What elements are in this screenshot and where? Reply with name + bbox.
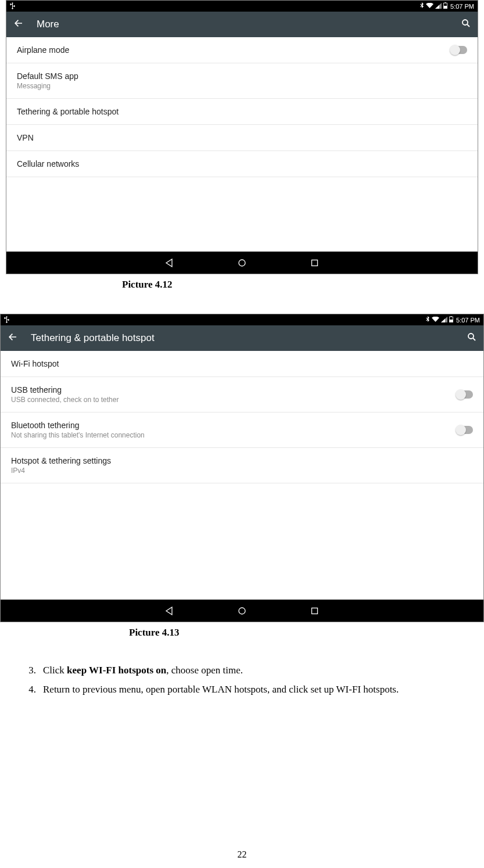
svg-point-3 [463,20,468,25]
svg-point-12 [239,608,245,614]
svg-line-4 [467,24,469,27]
instruction-number: 4. [22,681,43,699]
back-icon[interactable] [13,18,24,31]
usb-icon [10,2,15,10]
instruction-text: Return to previous menu, open portable W… [43,681,462,699]
screenshot-tethering: 5:07 PM Tethering & portable hotspot Wi-… [0,314,484,622]
page-number: 22 [0,849,484,860]
airplane-mode-toggle[interactable] [451,46,467,54]
nav-back-icon[interactable] [165,607,174,615]
status-bar: 5:07 PM [6,1,478,12]
nav-bar [6,252,478,274]
nav-bar [1,600,483,622]
nav-recent-icon[interactable] [310,259,319,267]
wifi-icon [432,317,439,324]
blank-region [6,177,478,252]
list-item-sub: Not sharing this tablet's Internet conne… [11,431,457,439]
list-item-tethering[interactable]: Tethering & portable hotspot [6,99,478,125]
list-item-vpn[interactable]: VPN [6,125,478,151]
nav-back-icon[interactable] [165,259,174,267]
nav-home-icon[interactable] [238,607,246,615]
list-item-label: Bluetooth tethering [11,421,457,430]
list-item-hotspot-settings[interactable]: Hotspot & tethering settings IPv4 [1,448,483,483]
wifi-icon [426,3,433,10]
instruction-4: 4. Return to previous menu, open portabl… [22,681,462,699]
status-bar: 5:07 PM [1,314,483,325]
signal-icon [441,317,447,324]
list-item-label: Hotspot & tethering settings [11,456,473,465]
nav-home-icon[interactable] [238,259,246,267]
usb-icon [4,316,9,324]
blank-region [1,483,483,600]
signal-icon [435,3,442,10]
list-item-label: Tethering & portable hotspot [17,107,467,116]
list-item-bluetooth-tethering[interactable]: Bluetooth tethering Not sharing this tab… [1,413,483,448]
list-item-sub: USB connected, check on to tether [11,396,457,404]
list-item-label: USB tethering [11,385,457,394]
battery-icon [443,2,447,10]
back-icon[interactable] [8,332,18,345]
instruction-3: 3. Click keep WI-FI hotspots on, choose … [22,662,462,680]
list-item-default-sms[interactable]: Default SMS app Messaging [6,63,478,99]
svg-rect-9 [450,320,453,322]
svg-point-5 [239,260,245,266]
app-bar: More [6,12,478,37]
list-item-label: Wi-Fi hotspot [11,359,473,368]
svg-rect-2 [444,6,447,9]
svg-line-11 [473,338,475,340]
battery-icon [449,316,453,324]
bluetooth-tethering-toggle[interactable] [457,426,473,434]
instruction-number: 3. [22,662,43,680]
instruction-text: Click keep WI-FI hotspots on, choose ope… [43,662,462,680]
list-item-airplane-mode[interactable]: Airplane mode [6,37,478,63]
list-item-label: VPN [17,133,467,142]
search-icon[interactable] [461,19,471,30]
svg-rect-6 [312,260,318,266]
list-item-label: Cellular networks [17,159,467,168]
svg-point-10 [468,333,474,339]
search-icon[interactable] [467,332,476,344]
list-item-usb-tethering[interactable]: USB tethering USB connected, check on to… [1,377,483,413]
usb-tethering-toggle[interactable] [457,390,473,399]
list-item-sub: IPv4 [11,467,473,475]
bluetooth-icon [420,2,424,10]
list-item-label: Airplane mode [17,45,451,55]
nav-recent-icon[interactable] [310,607,319,615]
status-time: 5:07 PM [450,3,474,10]
app-bar-title: More [37,19,461,30]
svg-rect-13 [312,608,318,614]
app-bar-title: Tethering & portable hotspot [31,332,467,344]
app-bar: Tethering & portable hotspot [1,325,483,351]
caption-2: Picture 4.13 [129,627,484,639]
status-time: 5:07 PM [456,317,480,324]
bluetooth-icon [425,316,430,324]
screenshot-more-settings: 5:07 PM More Airplane mode Default SMS a… [6,0,478,274]
caption-1: Picture 4.12 [122,279,484,290]
list-item-sub: Messaging [17,82,467,90]
list-item-label: Default SMS app [17,71,467,81]
instructions: 3. Click keep WI-FI hotspots on, choose … [22,662,462,698]
list-item-cellular[interactable]: Cellular networks [6,151,478,177]
list-item-wifi-hotspot[interactable]: Wi-Fi hotspot [1,351,483,377]
